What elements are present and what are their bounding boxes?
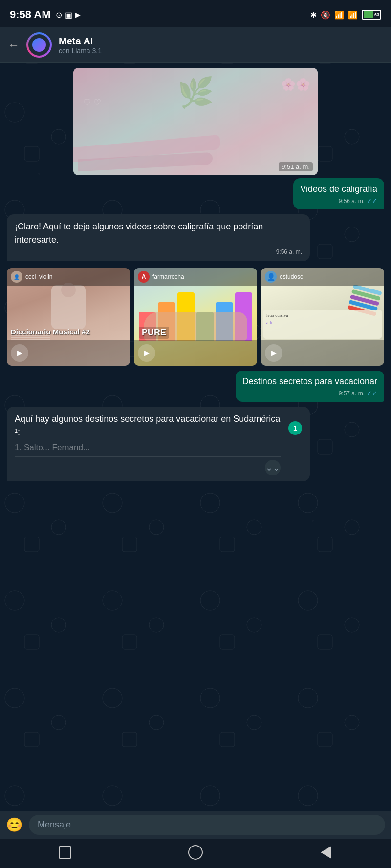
message-meta-received-1: 9:56 a. m. <box>15 248 302 255</box>
read-receipts-2: ✓✓ <box>367 390 377 397</box>
chat-header: ← Meta AI con Llama 3.1 <box>0 27 391 63</box>
craft-image: 🌿 🌸🌸 ♡ ♡ <box>73 68 318 175</box>
signal-icon: 📶 <box>334 10 344 20</box>
writing-tablet: letra cursiva a b <box>263 310 382 339</box>
navigation-bar <box>0 839 391 868</box>
flower-decoration: 🌸🌸 <box>281 78 310 91</box>
battery-percent: 63 <box>374 12 379 17</box>
nav-back-button[interactable] <box>313 844 339 861</box>
nav-home-button[interactable] <box>183 844 208 861</box>
screen-record-icon: ⊙ <box>56 10 62 20</box>
nav-recents-button[interactable] <box>52 844 78 861</box>
emoji-button[interactable]: 😊 <box>6 817 23 833</box>
video-play-3[interactable]: ▶ <box>261 340 384 366</box>
heart-decoration: ♡ ♡ <box>83 97 101 108</box>
recents-icon <box>59 846 71 859</box>
message-bubble-sent-2: Destinos secretos para vacacionar 9:57 a… <box>236 371 384 402</box>
received-message-2: Aquí hay algunos destinos secretos para … <box>7 407 384 481</box>
home-icon <box>188 845 203 860</box>
video-thumbnails-row[interactable]: Diccionario Musical #2 👤 ceci_violin ▶ <box>7 268 384 366</box>
input-area: 😊 <box>0 811 391 839</box>
video-play-2[interactable]: ▶ <box>134 340 257 366</box>
bluetooth-icon: ✱ <box>310 10 317 20</box>
video-header-2: A farmarrocha <box>134 268 257 286</box>
message-time-sent-1: 9:56 a. m. <box>339 198 365 205</box>
message-input[interactable] <box>29 815 385 835</box>
avatar-dot <box>32 38 46 52</box>
avatar-inner <box>28 34 50 56</box>
message-meta-2: 9:57 a. m. ✓✓ <box>242 390 377 397</box>
video-label-2: PURE <box>139 327 169 339</box>
message-meta-1: 9:56 a. m. ✓✓ <box>300 197 377 205</box>
message-time-sent-2: 9:57 a. m. <box>339 390 365 397</box>
chat-area: 🌿 🌸🌸 ♡ ♡ 9:51 a. m. Videos de caligrafía… <box>0 63 391 795</box>
sent-message-2: Destinos secretos para vacacionar 9:57 a… <box>7 371 384 402</box>
scroll-indicator[interactable]: ⌄⌄ <box>15 460 281 475</box>
header-info: Meta AI con Llama 3.1 <box>59 36 383 55</box>
message-text-received-1: ¡Claro! Aquí te dejo algunos videos sobr… <box>15 220 302 247</box>
status-right: ✱ 🔇 📶 📶 63 <box>310 10 381 20</box>
received-message-1: ¡Claro! Aquí te dejo algunos videos sobr… <box>7 214 384 261</box>
status-bar: 9:58 AM ⊙ ▣ ▶ ✱ 🔇 📶 📶 63 <box>0 0 391 27</box>
cast-icon: ▣ <box>65 10 72 20</box>
battery-icon: 63 <box>362 10 381 20</box>
contact-name: Meta AI <box>59 36 383 47</box>
video-header-3: 👤 estudosc <box>261 268 384 286</box>
image-message[interactable]: 🌿 🌸🌸 ♡ ♡ 9:51 a. m. <box>73 68 318 175</box>
sent-message-1: Videos de caligrafía 9:56 a. m. ✓✓ <box>7 178 384 209</box>
tree-decoration: 🌿 <box>177 75 214 110</box>
message-bubble-received-1: ¡Claro! Aquí te dejo algunos videos sobr… <box>7 214 310 261</box>
status-time: 9:58 AM <box>10 8 51 21</box>
video-avatar-2: A <box>138 271 150 283</box>
read-receipts-1: ✓✓ <box>367 197 377 205</box>
play-button-3[interactable]: ▶ <box>265 344 282 362</box>
status-icons: ⊙ ▣ ▶ <box>56 10 81 20</box>
image-timestamp: 9:51 a. m. <box>279 162 313 171</box>
play-button-2[interactable]: ▶ <box>138 344 155 362</box>
message-text-received-2: Aquí hay algunos destinos secretos para … <box>15 413 281 439</box>
back-icon <box>321 846 331 859</box>
video-thumb-3[interactable]: letra cursiva a b 👤 estudosc ▶ <box>261 268 384 366</box>
notification-badge: 1 <box>288 421 302 435</box>
mute-icon: 🔇 <box>321 10 330 20</box>
video-thumb-2[interactable]: PURE A farmarrocha ▶ <box>134 268 257 366</box>
message-text-sent-1: Videos de caligrafía <box>300 183 377 195</box>
message-preview-text: 1. Salto... Fernand... <box>15 443 281 457</box>
battery-fill <box>364 11 373 18</box>
video-username-3: estudosc <box>280 273 303 280</box>
back-button[interactable]: ← <box>8 38 20 52</box>
wifi-icon: 📶 <box>348 10 358 20</box>
play-button-1[interactable]: ▶ <box>11 344 28 362</box>
video-title-1: Diccionario Musical #2 <box>11 327 90 337</box>
message-time-received-1: 9:56 a. m. <box>276 248 302 255</box>
message-bubble-sent-1: Videos de caligrafía 9:56 a. m. ✓✓ <box>293 178 384 209</box>
video-avatar-3: 👤 <box>265 271 277 283</box>
status-left: 9:58 AM ⊙ ▣ ▶ <box>10 8 81 21</box>
video-username-2: farmarrocha <box>152 273 184 280</box>
video-header-1: 👤 ceci_violin <box>7 268 130 286</box>
avatar <box>26 32 52 58</box>
message-bubble-received-2: Aquí hay algunos destinos secretos para … <box>7 407 310 481</box>
chevron-down-icon: ⌄⌄ <box>265 462 280 473</box>
video-avatar-1: 👤 <box>11 271 22 283</box>
video-thumb-1[interactable]: Diccionario Musical #2 👤 ceci_violin ▶ <box>7 268 130 366</box>
bottom-spacer <box>7 486 384 525</box>
video-play-1[interactable]: ▶ <box>7 340 130 366</box>
message-text-sent-2: Destinos secretos para vacacionar <box>242 375 377 388</box>
scroll-down-button[interactable]: ⌄⌄ <box>265 460 281 475</box>
contact-subtitle: con Llama 3.1 <box>59 47 383 55</box>
play-icon: ▶ <box>75 11 81 19</box>
video-username-1: ceci_violin <box>25 273 52 280</box>
